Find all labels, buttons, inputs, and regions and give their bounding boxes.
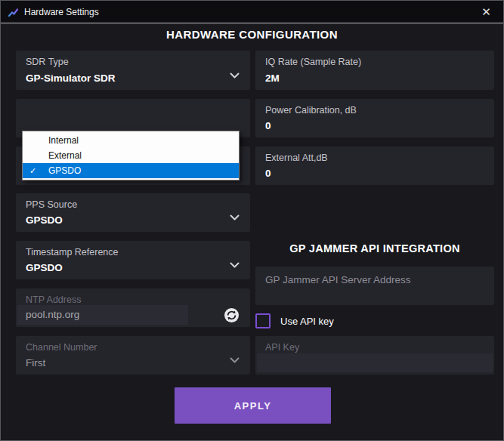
- menu-item-internal[interactable]: Internal: [23, 133, 239, 148]
- ntp-address-label: NTP Address: [26, 295, 81, 305]
- window-title: Hardware Settings: [24, 7, 99, 17]
- close-button[interactable]: ✕: [469, 1, 503, 23]
- channel-number-value: First: [26, 357, 45, 369]
- chevron-down-icon: [230, 214, 240, 221]
- channel-number-label: Channel Number: [26, 342, 97, 353]
- chevron-down-icon: [230, 262, 240, 269]
- external-att-input[interactable]: External Att,dB 0: [255, 146, 494, 185]
- use-api-key-row: Use API key: [255, 313, 334, 329]
- api-server-address-input[interactable]: GP Jammer API Server Address: [255, 267, 494, 305]
- title-bar: Hardware Settings ✕: [1, 1, 503, 23]
- timestamp-reference-label: Timestamp Reference: [26, 247, 119, 258]
- external-att-value: 0: [265, 168, 271, 179]
- hardware-settings-dialog: Hardware Settings ✕ HARDWARE CONFIGURATI…: [0, 0, 504, 441]
- close-icon: ✕: [481, 5, 491, 19]
- ntp-address-input: pool.ntp.org: [17, 305, 188, 325]
- external-att-label: External Att,dB: [265, 153, 328, 163]
- page-title: HARDWARE CONFIGURATION: [1, 28, 503, 41]
- ntp-address-value: pool.ntp.org: [26, 309, 79, 320]
- app-signal-icon: [8, 7, 19, 18]
- iq-rate-value: 2M: [265, 72, 280, 84]
- api-key-field: API Key: [255, 336, 494, 375]
- apply-button[interactable]: APPLY: [175, 387, 331, 424]
- pps-source-label: PPS Source: [26, 199, 77, 210]
- use-api-key-label: Use API key: [280, 316, 334, 327]
- pps-source-select[interactable]: PPS Source GPSDO: [16, 193, 250, 232]
- pps-source-value: GPSDO: [26, 214, 63, 226]
- power-calibration-input[interactable]: Power Calibration, dB 0: [255, 99, 494, 137]
- sdr-type-label: SDR Type: [26, 57, 69, 67]
- power-calibration-value: 0: [265, 120, 271, 131]
- channel-number-select: Channel Number First: [16, 336, 250, 375]
- menu-item-external[interactable]: External: [23, 148, 239, 163]
- chevron-down-icon: [230, 72, 240, 79]
- iq-rate-input[interactable]: IQ Rate (Sample Rate) 2M: [255, 51, 494, 90]
- power-calibration-label: Power Calibration, dB: [265, 105, 357, 116]
- checkmark-icon: ✓: [29, 163, 36, 178]
- chevron-down-icon: [230, 357, 240, 364]
- api-key-input: [257, 353, 493, 372]
- timestamp-reference-select[interactable]: Timestamp Reference GPSDO: [16, 241, 250, 279]
- iq-rate-label: IQ Rate (Sample Rate): [265, 57, 361, 67]
- reference-clock-dropdown-menu: Internal External ✓ GPSDO: [22, 131, 240, 180]
- api-key-label: API Key: [265, 342, 299, 353]
- menu-item-gpsdo[interactable]: ✓ GPSDO: [23, 163, 239, 178]
- sdr-type-select[interactable]: SDR Type GP-Simulator SDR: [16, 51, 250, 90]
- timestamp-reference-value: GPSDO: [26, 262, 63, 273]
- sync-refresh-icon[interactable]: [224, 307, 240, 323]
- use-api-key-checkbox[interactable]: [255, 313, 271, 328]
- api-server-address-placeholder: GP Jammer API Server Address: [265, 274, 411, 285]
- api-integration-heading: GP JAMMER API INTEGRATION: [255, 242, 494, 254]
- ntp-address-field: NTP Address pool.ntp.org: [16, 288, 250, 327]
- sdr-type-value: GP-Simulator SDR: [26, 72, 116, 84]
